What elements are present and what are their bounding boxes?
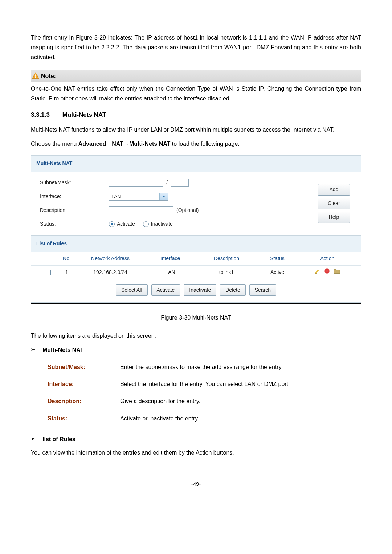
description-label: Description: bbox=[40, 206, 109, 215]
bullet-icon: ➢ bbox=[31, 345, 35, 354]
config-panel: Multi-Nets NAT Subnet/Mask: / Interface:… bbox=[31, 155, 361, 303]
select-all-button[interactable]: Select All bbox=[116, 284, 148, 296]
panel-header-rules: List of Rules bbox=[31, 235, 361, 252]
help-button[interactable]: Help bbox=[318, 212, 350, 223]
col-net: Network Address bbox=[78, 254, 143, 263]
edit-icon[interactable] bbox=[314, 268, 321, 274]
form-region: Subnet/Mask: / Interface: LAN Descrip bbox=[31, 172, 361, 235]
row-net: 192.168.2.0/24 bbox=[78, 268, 143, 277]
subheading-rules: list of Rules bbox=[42, 434, 75, 444]
col-iface: Interface bbox=[143, 254, 197, 263]
svg-rect-0 bbox=[35, 74, 36, 77]
button-bar: Select All Activate Inactivate Delete Se… bbox=[31, 279, 361, 303]
figure-caption: Figure 3-30 Multi-Nets NAT bbox=[31, 313, 361, 323]
warning-icon bbox=[32, 72, 40, 80]
svg-rect-3 bbox=[326, 271, 329, 271]
status-activate-radio[interactable] bbox=[109, 221, 115, 227]
delete-button[interactable]: Delete bbox=[220, 284, 245, 296]
def-term-interface: Interface: bbox=[48, 379, 120, 389]
row-status: Active bbox=[256, 268, 299, 277]
menu-path: Choose the menu Advanced→NAT→Multi-Nets … bbox=[31, 139, 361, 149]
subnet-mask-label: Subnet/Mask: bbox=[40, 178, 109, 187]
menu-suffix: to load the following page. bbox=[170, 141, 239, 147]
col-no: No. bbox=[56, 254, 78, 263]
status-inactivate-label: Inactivate bbox=[151, 220, 173, 229]
interface-select-value: LAN bbox=[109, 193, 159, 200]
table-row: 1 192.168.2.0/24 LAN tplink1 Active bbox=[31, 266, 361, 279]
def-term-description: Description: bbox=[48, 396, 120, 406]
chevron-down-icon bbox=[159, 193, 168, 200]
row-no: 1 bbox=[56, 268, 78, 277]
section-heading: 3.3.1.3 Multi-Nets NAT bbox=[31, 110, 361, 120]
activate-button[interactable]: Activate bbox=[151, 284, 180, 296]
search-button[interactable]: Search bbox=[249, 284, 276, 296]
def-desc-status: Activate or inactivate the entry. bbox=[120, 414, 361, 423]
def-desc-description: Give a description for the entry. bbox=[120, 396, 361, 406]
subheading-multinets: Multi-Nets NAT bbox=[42, 345, 83, 355]
section-title: Multi-Nets NAT bbox=[62, 111, 106, 118]
def-desc-subnet: Enter the subnet/mask to make the addres… bbox=[120, 362, 361, 372]
add-button[interactable]: Add bbox=[318, 184, 350, 196]
note-banner: Note: bbox=[31, 70, 361, 82]
def-term-status: Status: bbox=[48, 414, 120, 423]
folder-icon[interactable] bbox=[333, 268, 340, 274]
menu-arrow-1: → bbox=[106, 141, 112, 147]
remove-icon[interactable] bbox=[324, 268, 330, 274]
optional-hint: (Optional) bbox=[176, 206, 199, 215]
bullet-icon: ➢ bbox=[31, 435, 35, 443]
description-input[interactable] bbox=[109, 206, 173, 214]
interface-label: Interface: bbox=[40, 192, 109, 201]
section-number: 3.3.1.3 bbox=[31, 110, 61, 120]
def-desc-interface: Select the interface for the entry. You … bbox=[120, 379, 361, 389]
menu-seg-nat: NAT bbox=[112, 141, 123, 147]
clear-button[interactable]: Clear bbox=[318, 198, 350, 209]
status-inactivate-radio[interactable] bbox=[143, 221, 149, 227]
interface-select[interactable]: LAN bbox=[109, 193, 168, 201]
intro-paragraph: The first entry in Figure 3-29 indicates… bbox=[31, 33, 361, 62]
row-iface: LAN bbox=[143, 268, 197, 277]
section-description: Multi-Nets NAT functions to allow the IP… bbox=[31, 125, 361, 135]
items-intro: The following items are displayed on thi… bbox=[31, 331, 361, 341]
menu-seg-multinets: Multi-Nets NAT bbox=[129, 141, 170, 147]
panel-header-multinets: Multi-Nets NAT bbox=[31, 155, 361, 172]
status-label: Status: bbox=[40, 220, 109, 229]
subnet-input[interactable] bbox=[109, 179, 163, 187]
menu-arrow-2: → bbox=[123, 141, 129, 147]
mask-input[interactable] bbox=[171, 179, 189, 187]
note-label: Note: bbox=[41, 71, 56, 81]
svg-rect-1 bbox=[35, 77, 36, 78]
note-body: One-to-One NAT entries take effect only … bbox=[31, 84, 361, 103]
def-term-subnet: Subnet/Mask: bbox=[48, 362, 120, 372]
col-status: Status bbox=[256, 254, 299, 263]
col-action: Action bbox=[299, 254, 356, 263]
row-checkbox[interactable] bbox=[45, 270, 51, 275]
page-number: -49- bbox=[31, 479, 361, 489]
col-desc: Description bbox=[197, 254, 256, 263]
subnet-slash: / bbox=[166, 178, 168, 187]
row-desc: tplink1 bbox=[197, 268, 256, 277]
rules-body: You can view the information of the entr… bbox=[31, 448, 361, 457]
menu-seg-advanced: Advanced bbox=[78, 141, 106, 147]
inactivate-button[interactable]: Inactivate bbox=[184, 284, 216, 296]
rules-header-row: No. Network Address Interface Descriptio… bbox=[31, 252, 361, 266]
status-activate-label: Activate bbox=[117, 220, 135, 229]
menu-prefix: Choose the menu bbox=[31, 141, 78, 147]
panel-underline bbox=[31, 303, 361, 304]
